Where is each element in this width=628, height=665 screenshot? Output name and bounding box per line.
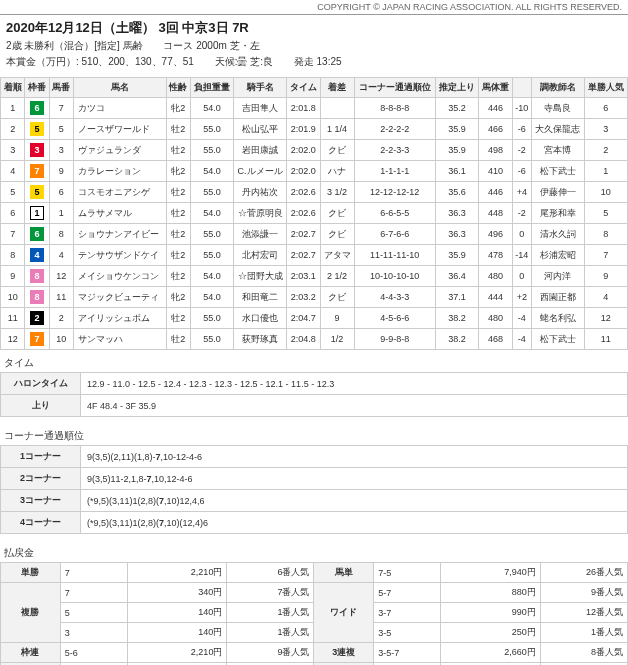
- col-header: 枠番: [25, 78, 49, 98]
- payout-type: 3連複: [314, 643, 374, 663]
- col-header: 騎手名: [234, 78, 287, 98]
- col-header: 馬名: [73, 78, 166, 98]
- table-row: 611ムラサメマル牡254.0☆菅原明良2:02.6クビ6-6-5-536.34…: [1, 203, 628, 224]
- corner-value: (*9,5)(3,11)1(2,8)(7,10)12,4,6: [81, 490, 628, 512]
- race-start: 発走 13:25: [294, 56, 342, 67]
- table-row: 10811マジックビューティ牝254.0和田竜二2:03.2クビ4-4-3-33…: [1, 287, 628, 308]
- race-title: 2020年12月12日（土曜） 3回 中京3日 7R: [6, 19, 622, 37]
- table-row: 844テンサウザンドケイ牡255.0北村宏司2:02.7アタマ11-11-11-…: [1, 245, 628, 266]
- frame-badge: 3: [30, 143, 44, 157]
- halon-label: ハロンタイム: [1, 373, 81, 395]
- payout-combo: 5-7: [374, 583, 441, 603]
- table-row: 12710サンマッハ牡255.0荻野琢真2:04.81/29-9-8-838.2…: [1, 329, 628, 350]
- col-header: 性齢: [166, 78, 190, 98]
- col-header: 推定上り: [435, 78, 478, 98]
- payout-amount: 340円: [127, 583, 227, 603]
- payout-pop: 8番人気: [540, 643, 627, 663]
- race-header: 2020年12月12日（土曜） 3回 中京3日 7R 2歳 未勝利（混合）[指定…: [0, 14, 628, 73]
- payout-combo: 3: [60, 623, 127, 643]
- frame-badge: 8: [30, 269, 44, 283]
- time-section-title: タイム: [0, 350, 628, 372]
- frame-badge: 7: [30, 332, 44, 346]
- results-table: 着順枠番馬番馬名性齢負担重量騎手名タイム着差コーナー通過順位推定上り馬体重調教師…: [0, 77, 628, 350]
- frame-badge: 2: [30, 311, 44, 325]
- payout-pop: 9番人気: [227, 643, 314, 663]
- payout-amount: 990円: [441, 603, 541, 623]
- payout-table: 単勝72,210円6番人気馬単7-57,940円26番人気複勝7340円7番人気…: [0, 562, 628, 665]
- payout-type: 馬単: [314, 563, 374, 583]
- payout-pop: 12番人気: [540, 603, 627, 623]
- col-header: 馬体重: [479, 78, 513, 98]
- payout-combo: 7-5: [374, 563, 441, 583]
- agari-label: 上り: [1, 395, 81, 417]
- time-table: ハロンタイム12.9 - 11.0 - 12.5 - 12.4 - 12.3 -…: [0, 372, 628, 417]
- payout-type: 枠連: [1, 643, 61, 663]
- corner-label: 3コーナー: [1, 490, 81, 512]
- payout-pop: 7番人気: [227, 583, 314, 603]
- corner-value: (*9,5)(3,11)1(2,8)(7,10)(12,4)6: [81, 512, 628, 534]
- col-header: タイム: [286, 78, 320, 98]
- race-prize: 本賞金（万円）: 510、200、130、77、51: [6, 56, 194, 67]
- frame-badge: 1: [30, 206, 44, 220]
- agari-value: 4F 48.4 - 3F 35.9: [81, 395, 628, 417]
- payout-pop: 6番人気: [227, 563, 314, 583]
- corner-table: 1コーナー9(3,5)(2,11)(1,8)-7,10-12-4-62コーナー9…: [0, 445, 628, 534]
- corner-value: 9(3,5)11-2,1,8-7,10,12-4-6: [81, 468, 628, 490]
- copyright: COPYRIGHT © JAPAN RACING ASSOCIATION. AL…: [0, 0, 628, 14]
- col-header: 着順: [1, 78, 25, 98]
- payout-amount: 2,660円: [441, 643, 541, 663]
- table-row: 768ショウナンアイビー牡255.0池添謙一2:02.7クビ6-7-6-636.…: [1, 224, 628, 245]
- payout-amount: 250円: [441, 623, 541, 643]
- payout-combo: 3-7: [374, 603, 441, 623]
- table-row: 333ヴァジュランダ牡255.0岩田康誠2:02.0クビ2-2-3-335.94…: [1, 140, 628, 161]
- payout-pop: 26番人気: [540, 563, 627, 583]
- col-header: 単勝人気: [584, 78, 627, 98]
- payout-amount: 2,210円: [127, 563, 227, 583]
- col-header: 馬番: [49, 78, 73, 98]
- payout-combo: 5: [60, 603, 127, 623]
- race-cond: 2歳 未勝利（混合）[指定] 馬齢: [6, 40, 143, 51]
- table-row: 479カラレーション牝254.0C.ルメール2:02.0ハナ1-1-1-136.…: [1, 161, 628, 182]
- race-course: コース 2000m 芝・左: [163, 40, 259, 51]
- payout-combo: 5-6: [60, 643, 127, 663]
- payout-type: 複勝: [1, 583, 61, 643]
- payout-section-title: 払戻金: [0, 540, 628, 562]
- payout-pop: 9番人気: [540, 583, 627, 603]
- frame-badge: 8: [30, 290, 44, 304]
- frame-badge: 5: [30, 185, 44, 199]
- corner-value: 9(3,5)(2,11)(1,8)-7,10-12-4-6: [81, 446, 628, 468]
- payout-pop: 1番人気: [227, 603, 314, 623]
- payout-combo: 3-5: [374, 623, 441, 643]
- table-row: 167カツコ牝254.0吉田隼人2:01.88-8-8-835.2446-10寺…: [1, 98, 628, 119]
- table-row: 556コスモオニアシゲ牡255.0丹内祐次2:02.63 1/212-12-12…: [1, 182, 628, 203]
- payout-amount: 140円: [127, 623, 227, 643]
- corner-label: 2コーナー: [1, 468, 81, 490]
- frame-badge: 4: [30, 248, 44, 262]
- frame-badge: 7: [30, 164, 44, 178]
- payout-type: ワイド: [314, 583, 374, 643]
- payout-type: 単勝: [1, 563, 61, 583]
- col-header: 着差: [320, 78, 354, 98]
- col-header: 調教師名: [531, 78, 584, 98]
- payout-pop: 1番人気: [227, 623, 314, 643]
- payout-pop: 1番人気: [540, 623, 627, 643]
- frame-badge: 6: [30, 227, 44, 241]
- corner-label: 4コーナー: [1, 512, 81, 534]
- payout-combo: 7: [60, 583, 127, 603]
- table-row: 1122アイリッシュボム牡255.0水口優也2:04.794-5-6-638.2…: [1, 308, 628, 329]
- col-header: コーナー通過順位: [354, 78, 435, 98]
- frame-badge: 5: [30, 122, 44, 136]
- payout-amount: 2,210円: [127, 643, 227, 663]
- payout-combo: 7: [60, 563, 127, 583]
- payout-combo: 3-5-7: [374, 643, 441, 663]
- col-header: [512, 78, 531, 98]
- frame-badge: 6: [30, 101, 44, 115]
- race-weather: 天候:曇 芝:良: [215, 56, 273, 67]
- halon-value: 12.9 - 11.0 - 12.5 - 12.4 - 12.3 - 12.3 …: [81, 373, 628, 395]
- col-header: 負担重量: [190, 78, 233, 98]
- table-row: 255ノースザワールド牡255.0松山弘平2:01.91 1/42-2-2-23…: [1, 119, 628, 140]
- payout-amount: 140円: [127, 603, 227, 623]
- payout-amount: 7,940円: [441, 563, 541, 583]
- corner-label: 1コーナー: [1, 446, 81, 468]
- corner-section-title: コーナー通過順位: [0, 423, 628, 445]
